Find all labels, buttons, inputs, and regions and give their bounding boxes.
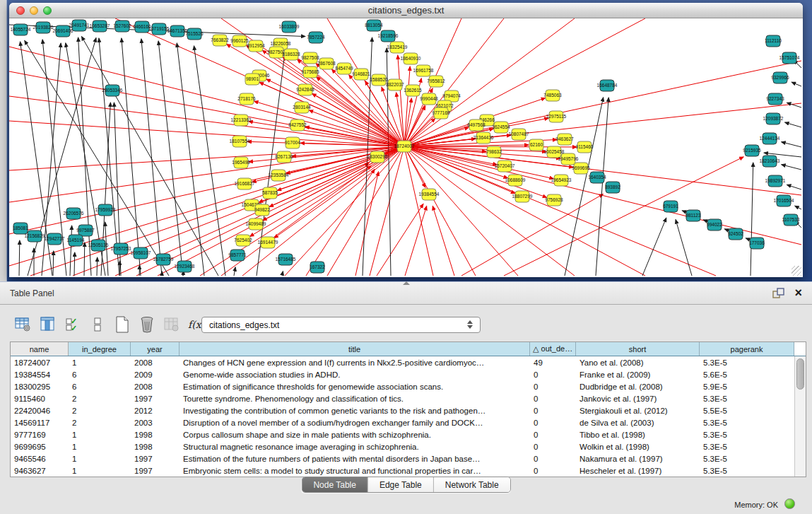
graph-node[interactable]: 18107554	[230, 136, 250, 147]
table-row[interactable]: 2242004622012Investigating the contribut…	[11, 404, 794, 416]
graph-node[interactable]: 9215935	[743, 145, 761, 156]
delete-table-icon[interactable]	[138, 315, 156, 334]
graph-node[interactable]: 16033809	[279, 21, 300, 33]
show-columns-icon[interactable]	[39, 315, 57, 334]
graph-node[interactable]: 9827508	[301, 52, 319, 64]
graph-node[interactable]: 8912954	[247, 40, 265, 52]
graph-node[interactable]: 949822	[254, 204, 270, 216]
graph-node[interactable]: 20491741	[69, 20, 90, 31]
graph-node[interactable]: 1107533	[782, 214, 800, 226]
graph-node[interactable]: 10719155	[149, 23, 170, 35]
table-vertical-scrollbar[interactable]	[794, 356, 806, 477]
graph-node[interactable]: 19892971	[765, 175, 786, 187]
graph-node[interactable]: 10688609	[505, 175, 526, 186]
graph-node[interactable]: 12093872	[763, 113, 784, 124]
graph-node[interactable]: 18807299	[512, 191, 533, 202]
graph-node[interactable]: 994022	[707, 219, 722, 230]
graph-node[interactable]: 12444134	[760, 133, 780, 144]
table-row[interactable]: 977716911998Corpus callosum shape and si…	[11, 428, 794, 440]
graph-node[interactable]: 1145194	[67, 235, 85, 246]
graph-node[interactable]: 9115460	[576, 141, 594, 153]
graph-node[interactable]: 1640354	[588, 172, 606, 183]
graph-node[interactable]: 2803144	[293, 102, 311, 113]
panel-divider-grip[interactable]	[403, 281, 410, 285]
graph-node[interactable]: 12213363	[231, 115, 252, 126]
unselect-all-rows-icon[interactable]	[88, 315, 107, 334]
tab-edge-table[interactable]: Edge Table	[368, 477, 434, 492]
graph-node[interactable]: 8427552	[288, 119, 307, 131]
graph-node[interactable]: 893892	[605, 182, 620, 193]
graph-node[interactable]: 16648784	[597, 80, 618, 91]
graph-node[interactable]: 12975115	[546, 111, 567, 122]
network-canvas[interactable]: 1405572420193826206914062049174110653287…	[9, 18, 803, 277]
new-table-icon[interactable]	[113, 315, 131, 334]
column-header-4[interactable]: △ out_de…	[530, 342, 576, 356]
column-header-1[interactable]: in_degree	[69, 342, 131, 356]
graph-node[interactable]: 20193826	[33, 22, 54, 33]
graph-node[interactable]: 8454749	[335, 63, 353, 74]
graph-node[interactable]: 587835	[262, 187, 278, 199]
import-table-icon[interactable]	[163, 315, 181, 334]
graph-node[interactable]: 981123	[686, 210, 701, 221]
table-row[interactable]: 1830029562008Estimation of significance …	[11, 380, 794, 392]
graph-node[interactable]: 9699695	[572, 163, 590, 174]
scrollbar-thumb[interactable]	[796, 358, 804, 390]
graph-node[interactable]: 8822037	[386, 79, 404, 90]
column-header-6[interactable]: pagerank	[700, 342, 794, 356]
graph-node[interactable]: 3624554	[492, 122, 510, 133]
network-window-titlebar[interactable]: citations_edges.txt	[9, 3, 803, 18]
graph-node[interactable]: 9960125	[230, 35, 249, 47]
graph-node[interactable]: 9175685	[301, 66, 319, 78]
graph-node[interactable]: 9242848	[296, 84, 314, 95]
graph-node[interactable]: 21364436	[473, 132, 494, 144]
window-resize-grip[interactable]	[792, 266, 801, 276]
graph-node[interactable]: 19384554	[419, 189, 440, 200]
graph-node[interactable]: 18640910	[401, 53, 421, 64]
graph-node[interactable]: 7485063	[543, 90, 562, 101]
column-header-2[interactable]: year	[131, 342, 180, 356]
graph-node[interactable]: 12505135	[88, 240, 109, 251]
graph-node[interactable]: 679191	[663, 201, 678, 212]
graph-node[interactable]: 98901	[245, 74, 259, 85]
graph-node[interactable]: 12156829	[25, 230, 45, 242]
table-row[interactable]: 1456911722003Disruption of a novel membe…	[11, 416, 794, 428]
graph-node[interactable]: 18325419	[387, 42, 408, 53]
float-panel-icon[interactable]	[772, 288, 784, 298]
table-row[interactable]: 946362711997Embryonic stem cells: a mode…	[11, 465, 794, 477]
graph-node[interactable]: 10653287	[90, 21, 110, 32]
graph-node[interactable]: 12942737	[45, 233, 65, 245]
graph-node[interactable]: 10958107	[131, 247, 151, 259]
memory-status-indicator[interactable]	[784, 498, 795, 509]
graph-node[interactable]: 167322	[310, 262, 325, 273]
graph-node[interactable]: 17957253	[111, 243, 131, 255]
graph-node[interactable]: 7625402	[234, 235, 252, 246]
graph-node[interactable]: 9227343	[766, 93, 784, 105]
graph-node[interactable]: 9146821	[352, 69, 370, 80]
graph-node[interactable]: 2718176	[237, 93, 256, 105]
column-header-3[interactable]: title	[180, 342, 530, 356]
graph-node[interactable]: 798632	[486, 146, 502, 158]
graph-node[interactable]: 28053346	[102, 85, 123, 96]
graph-node[interactable]: 924502	[728, 228, 743, 240]
graph-node[interactable]: 18210643	[760, 156, 780, 167]
graph-node[interactable]: 16782759	[153, 254, 174, 265]
graph-node[interactable]: 10807487	[509, 129, 529, 140]
column-settings-icon[interactable]	[14, 315, 33, 334]
graph-node[interactable]: 12923468	[175, 261, 195, 272]
graph-node[interactable]: 9329966	[771, 72, 789, 83]
column-header-5[interactable]: short	[576, 342, 700, 356]
table-row[interactable]: 1938455462009Genome-wide association stu…	[11, 368, 794, 380]
table-selector-dropdown[interactable]: citations_edges.txt	[201, 317, 481, 333]
graph-node[interactable]: 9756928	[545, 194, 563, 206]
graph-node[interactable]: 1588520	[370, 74, 388, 86]
graph-node[interactable]: 1112110	[765, 35, 782, 47]
graph-node[interactable]: 1965498	[232, 157, 250, 168]
graph-node[interactable]: 26206576	[64, 208, 84, 219]
table-row[interactable]: 969969511998Structural magnetic resonanc…	[11, 440, 794, 452]
column-header-0[interactable]: name	[11, 342, 69, 356]
graph-node[interactable]: 1527602	[113, 21, 131, 32]
graph-node[interactable]: 9463627	[555, 134, 574, 145]
graph-node[interactable]: 9777169	[432, 107, 450, 119]
table-row[interactable]: 911546021997Tourette syndrome. Phenomeno…	[11, 392, 794, 404]
graph-node[interactable]: 185081	[13, 223, 28, 234]
